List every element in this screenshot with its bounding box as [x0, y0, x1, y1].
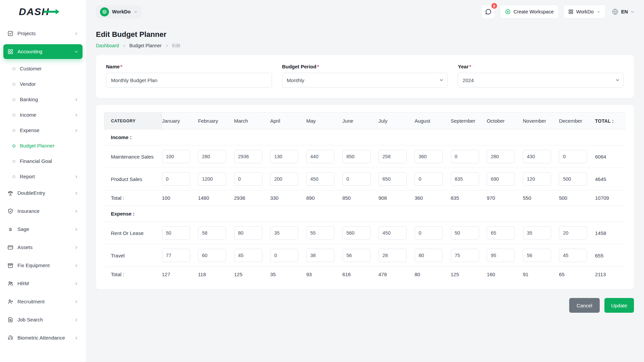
- month-header: November: [523, 113, 559, 129]
- budget-value-input[interactable]: [523, 249, 551, 262]
- sidebar-item-budget-planner[interactable]: Budget Planner: [3, 139, 83, 152]
- svg-text:S: S: [9, 227, 12, 232]
- budget-value-input[interactable]: [342, 249, 371, 262]
- budget-value-input[interactable]: [342, 226, 371, 240]
- budget-value-input[interactable]: [487, 150, 515, 163]
- sidebar-item-customer[interactable]: Customer: [3, 62, 83, 75]
- budget-value-input[interactable]: [415, 150, 443, 163]
- create-workspace-button[interactable]: Create Workspace: [500, 5, 559, 19]
- budget-value-input[interactable]: [162, 172, 190, 186]
- sidebar-item-hrm[interactable]: HRM: [3, 276, 83, 291]
- budget-value-input[interactable]: [523, 172, 551, 186]
- budget-value-input[interactable]: [415, 226, 443, 240]
- chevron-right-icon: [74, 300, 78, 304]
- update-button[interactable]: Update: [604, 298, 634, 313]
- budget-value-input[interactable]: [270, 150, 298, 163]
- month-total: 35: [270, 267, 306, 282]
- workspace-switcher[interactable]: WorkDo: [96, 5, 142, 18]
- row-total: 4645: [595, 168, 626, 190]
- budget-value-input[interactable]: [378, 249, 407, 262]
- sidebar-item-sage[interactable]: SSage: [3, 222, 83, 237]
- budget-period-select[interactable]: Monthly: [282, 73, 448, 87]
- sidebar-item-banking[interactable]: Banking: [3, 93, 83, 106]
- budget-value-input[interactable]: [198, 150, 226, 163]
- budget-value-input[interactable]: [378, 172, 407, 186]
- budget-value-input[interactable]: [559, 226, 587, 240]
- budget-value-input[interactable]: [523, 226, 551, 240]
- budget-value-input[interactable]: [487, 172, 515, 186]
- budget-value-input[interactable]: [378, 150, 407, 163]
- app-menu-button[interactable]: WorkDo: [563, 5, 606, 19]
- budget-value-input[interactable]: [451, 150, 479, 163]
- budget-value-input[interactable]: [162, 150, 190, 163]
- budget-value-input[interactable]: [342, 150, 371, 163]
- budget-value-input[interactable]: [415, 172, 443, 186]
- breadcrumb-dashboard[interactable]: Dashboard: [96, 43, 119, 48]
- dot-icon: [12, 113, 16, 117]
- budget-value-input[interactable]: [306, 172, 334, 186]
- month-cell: [162, 168, 198, 190]
- breadcrumb-budget-planner[interactable]: Budget Planner: [129, 43, 162, 48]
- month-cell: [415, 244, 451, 267]
- sidebar-item-financial-goal[interactable]: Financial Goal: [3, 155, 83, 168]
- sidebar-item-job-search[interactable]: Job Search: [3, 312, 83, 327]
- sidebar-item-recruitment[interactable]: Recruitment: [3, 294, 83, 309]
- budget-value-input[interactable]: [559, 172, 587, 186]
- budget-value-input[interactable]: [487, 226, 515, 240]
- budget-value-input[interactable]: [487, 249, 515, 262]
- budget-value-input[interactable]: [451, 172, 479, 186]
- category-header-cell: CATEGORY: [104, 113, 162, 129]
- month-cell: [559, 244, 595, 267]
- budget-value-input[interactable]: [162, 249, 190, 262]
- sidebar-item-accounting[interactable]: Accounting: [3, 44, 83, 59]
- chevron-right-icon: [74, 32, 78, 36]
- month-cell: [523, 222, 559, 244]
- sidebar-item-insurance[interactable]: Insurance: [3, 204, 83, 219]
- budget-value-input[interactable]: [559, 249, 587, 262]
- month-total: 500: [559, 190, 595, 206]
- budget-value-input[interactable]: [415, 249, 443, 262]
- sidebar-item-report[interactable]: Report: [3, 170, 83, 183]
- budget-value-input[interactable]: [342, 172, 371, 186]
- budget-value-input[interactable]: [234, 249, 262, 262]
- sidebar-item-vendor[interactable]: Vendor: [3, 78, 83, 90]
- budget-value-input[interactable]: [234, 226, 262, 240]
- chevron-down-icon: [630, 10, 635, 14]
- sidebar-item-label: Biometric Attendance: [17, 335, 70, 341]
- budget-value-input[interactable]: [162, 226, 190, 240]
- name-input[interactable]: [106, 73, 272, 87]
- messages-button[interactable]: 0: [481, 5, 495, 19]
- budget-value-input[interactable]: [378, 226, 407, 240]
- sidebar-item-income[interactable]: Income: [3, 109, 83, 121]
- chevron-down-icon: [74, 50, 78, 54]
- budget-value-input[interactable]: [306, 249, 334, 262]
- sidebar-item-projects[interactable]: Projects: [3, 26, 83, 41]
- cancel-button[interactable]: Cancel: [569, 298, 600, 313]
- year-select[interactable]: 2024: [458, 73, 624, 87]
- card-icon: [7, 244, 13, 250]
- budget-value-input[interactable]: [523, 150, 551, 163]
- budget-value-input[interactable]: [198, 226, 226, 240]
- sidebar-item-biometric-attendance[interactable]: Biometric Attendance: [3, 330, 83, 345]
- sidebar-item-double-entry[interactable]: DoubleEntry: [3, 186, 83, 200]
- budget-value-input[interactable]: [270, 172, 298, 186]
- month-total: 1480: [198, 190, 234, 206]
- budget-value-input[interactable]: [451, 226, 479, 240]
- budget-value-input[interactable]: [234, 150, 262, 163]
- sidebar-item-assets[interactable]: Assets: [3, 240, 83, 255]
- budget-value-input[interactable]: [270, 226, 298, 240]
- sidebar-item-fix-equipment[interactable]: Fix Equipment: [3, 258, 83, 273]
- budget-row: Travel655: [104, 244, 626, 267]
- budget-value-input[interactable]: [451, 249, 479, 262]
- budget-value-input[interactable]: [270, 249, 298, 262]
- budget-value-input[interactable]: [559, 150, 587, 163]
- dash-logo[interactable]: DASH: [19, 6, 55, 17]
- budget-value-input[interactable]: [198, 249, 226, 262]
- budget-value-input[interactable]: [306, 226, 334, 240]
- language-selector[interactable]: EN: [610, 8, 635, 15]
- budget-value-input[interactable]: [234, 172, 262, 186]
- budget-value-input[interactable]: [306, 150, 334, 163]
- sidebar-item-expense[interactable]: Expense: [3, 124, 83, 137]
- budget-value-input[interactable]: [198, 172, 226, 186]
- month-cell: [306, 244, 342, 267]
